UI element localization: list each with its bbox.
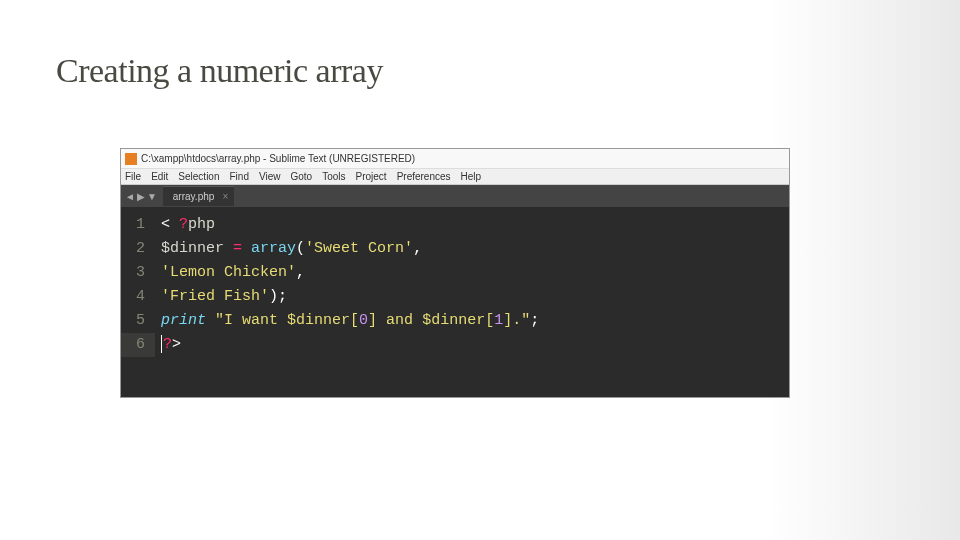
menu-view[interactable]: View: [259, 171, 281, 182]
menu-preferences[interactable]: Preferences: [397, 171, 451, 182]
line-number: 3: [131, 261, 145, 285]
menu-edit[interactable]: Edit: [151, 171, 168, 182]
code-area[interactable]: 1 2 3 4 5 6 < ?php $dinner = array('Swee…: [121, 207, 789, 397]
code-line: ?>: [161, 333, 781, 357]
menu-tools[interactable]: Tools: [322, 171, 345, 182]
line-number: 5: [131, 309, 145, 333]
menu-goto[interactable]: Goto: [290, 171, 312, 182]
tab-label: array.php: [173, 191, 215, 202]
code-line: $dinner = array('Sweet Corn',: [161, 237, 781, 261]
close-icon[interactable]: ×: [222, 191, 228, 202]
text-cursor: [161, 335, 162, 353]
window-title-text: C:\xampp\htdocs\array.php - Sublime Text…: [141, 153, 415, 164]
menu-selection[interactable]: Selection: [178, 171, 219, 182]
tab-nav-right-icon[interactable]: ▶: [137, 191, 145, 202]
tab-bar: ◄ ▶ ▼ array.php ×: [121, 185, 789, 207]
line-number: 1: [131, 213, 145, 237]
slide-title: Creating a numeric array: [56, 52, 383, 90]
menu-bar: File Edit Selection Find View Goto Tools…: [121, 169, 789, 185]
tab-nav-left-icon[interactable]: ◄: [125, 191, 135, 202]
editor-window: C:\xampp\htdocs\array.php - Sublime Text…: [120, 148, 790, 398]
line-number: 2: [131, 237, 145, 261]
tab-nav: ◄ ▶ ▼: [125, 191, 157, 202]
tab-nav-down-icon[interactable]: ▼: [147, 191, 157, 202]
menu-help[interactable]: Help: [461, 171, 482, 182]
line-number-gutter: 1 2 3 4 5 6: [121, 207, 155, 397]
code-line: < ?php: [161, 213, 781, 237]
code-line: 'Lemon Chicken',: [161, 261, 781, 285]
line-number: 4: [131, 285, 145, 309]
line-number: 6: [121, 333, 155, 357]
code-line: 'Fried Fish');: [161, 285, 781, 309]
title-bar: C:\xampp\htdocs\array.php - Sublime Text…: [121, 149, 789, 169]
tab-array-php[interactable]: array.php ×: [163, 186, 235, 206]
app-icon: [125, 153, 137, 165]
code-line: print "I want $dinner[0] and $dinner[1].…: [161, 309, 781, 333]
code-content[interactable]: < ?php $dinner = array('Sweet Corn', 'Le…: [155, 207, 789, 397]
menu-file[interactable]: File: [125, 171, 141, 182]
menu-find[interactable]: Find: [230, 171, 249, 182]
menu-project[interactable]: Project: [356, 171, 387, 182]
